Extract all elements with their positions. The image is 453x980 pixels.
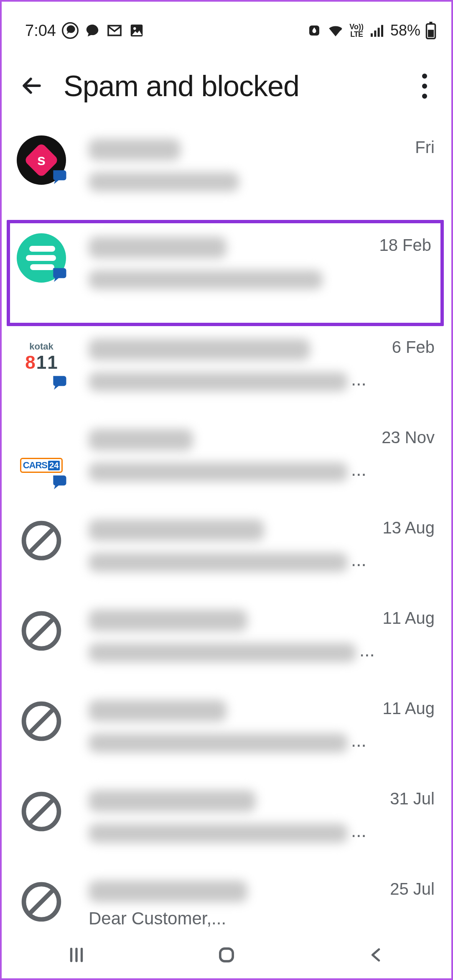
wifi-icon (327, 22, 344, 39)
timestamp: 23 Nov (377, 426, 435, 447)
gmail-icon (106, 22, 123, 39)
arrow-back-icon (20, 74, 43, 99)
chat-icon (84, 23, 100, 38)
message-preview-redacted (89, 172, 239, 191)
message-preview-redacted (89, 553, 348, 572)
svg-rect-9 (430, 22, 433, 24)
blocked-icon (17, 787, 66, 836)
svg-rect-7 (381, 25, 383, 37)
blocked-icon (17, 606, 66, 656)
signal-icon (369, 22, 385, 39)
gallery-icon (129, 23, 145, 38)
conversation-row[interactable]: ... 31 Jul (2, 779, 451, 870)
sender-name-redacted (89, 880, 247, 902)
volte-icon: Vo)) LTE (349, 23, 364, 38)
ellipsis: ... (359, 640, 375, 661)
timestamp: 6 Feb (387, 335, 435, 357)
whatsapp-icon (62, 22, 79, 39)
sender-name-redacted (89, 429, 193, 451)
status-bar: 7:04 Vo)) LTE (2, 2, 451, 53)
svg-line-20 (29, 890, 53, 914)
svg-line-18 (29, 799, 53, 823)
more-vert-icon (422, 74, 427, 99)
timestamp: 25 Jul (385, 877, 435, 898)
message-preview-redacted (89, 372, 348, 391)
conversation-row[interactable]: ... 13 Aug (2, 508, 451, 599)
message-preview-redacted (89, 643, 356, 662)
nav-home-button[interactable] (193, 939, 260, 972)
timestamp: Fri (410, 135, 435, 157)
system-nav-bar (2, 932, 451, 978)
ellipsis: ... (351, 820, 366, 841)
sender-avatar (17, 135, 66, 185)
more-options-button[interactable] (410, 71, 440, 101)
svg-point-2 (133, 27, 136, 30)
timestamp: 11 Aug (377, 606, 435, 628)
message-preview-redacted (89, 824, 348, 843)
svg-line-12 (29, 528, 53, 552)
message-preview-redacted (89, 270, 323, 289)
status-left-group: 7:04 (25, 22, 145, 40)
conversation-row[interactable]: 18 Feb (7, 220, 444, 326)
status-time: 7:04 (25, 22, 56, 40)
blocked-icon (17, 877, 66, 926)
conversation-row[interactable]: CARS24 ... 23 Nov (2, 418, 451, 508)
svg-rect-24 (220, 948, 233, 961)
sender-avatar: kotak 811 (17, 335, 66, 390)
ellipsis: ... (351, 459, 366, 480)
battery-icon (425, 22, 436, 39)
sender-name-redacted (89, 700, 226, 722)
sender-avatar (17, 233, 66, 283)
chat-badge-icon (50, 472, 69, 493)
timestamp: 13 Aug (377, 516, 435, 537)
page-title: Spam and blocked (64, 69, 393, 103)
home-icon (216, 944, 237, 967)
svg-rect-5 (374, 31, 376, 37)
battery-saver-icon (307, 23, 322, 38)
timestamp: 31 Jul (385, 787, 435, 808)
message-preview-redacted (89, 733, 348, 753)
nav-back-icon (367, 945, 386, 966)
svg-rect-10 (428, 30, 434, 37)
ellipsis: ... (351, 549, 366, 570)
svg-rect-4 (371, 33, 373, 37)
timestamp: 18 Feb (374, 233, 431, 255)
chat-badge-icon (50, 167, 69, 187)
sender-name-redacted (89, 339, 310, 360)
ellipsis: ... (351, 730, 366, 751)
timestamp: 11 Aug (377, 697, 435, 718)
message-preview-redacted (89, 462, 348, 482)
back-button[interactable] (17, 71, 47, 101)
conversation-row[interactable]: ... 11 Aug (2, 689, 451, 779)
sender-avatar: CARS24 (17, 426, 66, 490)
conversation-row[interactable]: kotak 811 ... 6 Feb (2, 328, 451, 418)
ellipsis: ... (351, 369, 366, 390)
conversation-row[interactable]: Fri (2, 128, 451, 218)
svg-rect-6 (378, 28, 380, 37)
blocked-icon (17, 697, 66, 746)
sender-name-redacted (89, 610, 247, 631)
sender-name-redacted (89, 139, 181, 161)
svg-line-16 (29, 709, 53, 733)
nav-back-button[interactable] (343, 939, 410, 972)
sender-name-redacted (89, 790, 256, 812)
nav-recents-button[interactable] (43, 939, 110, 972)
chat-badge-icon (50, 373, 69, 393)
sender-name-redacted (89, 237, 226, 258)
recents-icon (66, 944, 87, 967)
message-preview: Dear Customer,... (89, 906, 385, 928)
status-right-group: Vo)) LTE 58% (307, 22, 436, 39)
sender-name-redacted (89, 519, 264, 541)
blocked-icon (17, 516, 66, 565)
app-header: Spam and blocked (2, 53, 451, 111)
conversation-row[interactable]: ... 11 Aug (2, 599, 451, 689)
svg-line-14 (29, 619, 53, 643)
chat-badge-icon (50, 265, 69, 285)
battery-percent: 58% (390, 22, 420, 39)
conversation-list: Fri 18 Feb kotak 811 ... 6 Feb (2, 111, 451, 960)
